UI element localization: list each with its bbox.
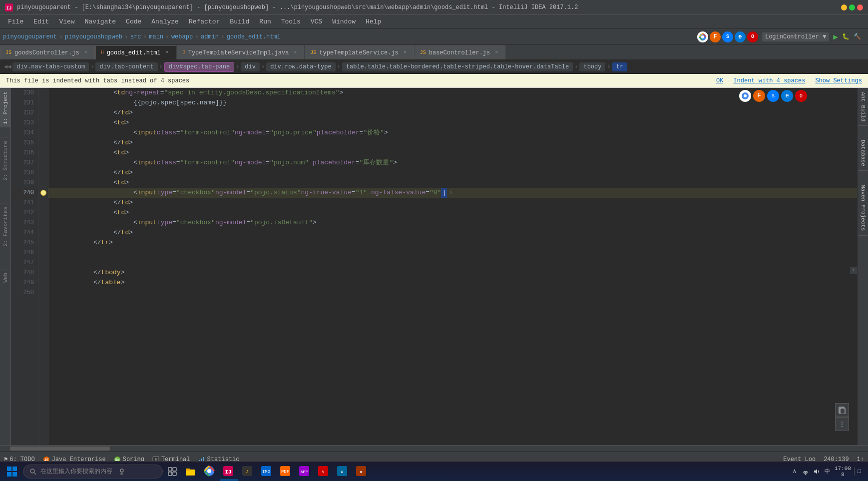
taskbar-search-box[interactable]: 在这里输入你要搜索的内容 [23,465,163,479]
menu-build[interactable]: Build [226,17,253,26]
line-237: 237 [11,158,38,168]
tab-goods-edit-close[interactable]: × [164,49,171,56]
breadcrumb-project[interactable]: pinyougouparent [3,33,57,40]
run-config-dropdown[interactable]: LoginController ▼ [762,32,829,41]
lightbulb-icon[interactable] [40,190,46,196]
build-button[interactable]: 🔨 [854,33,861,40]
menu-run[interactable]: Run [255,17,275,26]
gutter-247 [38,258,48,268]
path-segment-7[interactable]: tbody [579,62,605,71]
tab-goodscontroller[interactable]: JS goodsController.js × [0,45,95,59]
menu-vcs[interactable]: VCS [307,17,326,26]
more-options-icon[interactable]: ⋮ [835,417,849,431]
tab-typetemplate-service[interactable]: JS typeTemplateService.js × [305,45,414,59]
warning-settings-link[interactable]: Show Settings [815,77,862,84]
breadcrumb-main[interactable]: main [149,33,163,40]
breadcrumb-src[interactable]: src [130,33,141,40]
task-view-button[interactable] [164,463,181,481]
taskbar-app8[interactable]: V [315,463,333,481]
ie-icon[interactable]: e [735,31,746,42]
panel-database[interactable]: Database [859,136,868,171]
tray-volume[interactable] [813,468,821,476]
taskbar-explorer[interactable] [182,463,200,481]
panel-project[interactable]: 1: Project [0,88,11,127]
menu-refactor[interactable]: Refactor [185,17,224,26]
breadcrumb-webapp[interactable]: webapp [171,33,193,40]
tray-chevron[interactable]: ∧ [791,468,799,476]
taskbar-app10[interactable]: ◆ [353,463,371,481]
path-back-button[interactable]: ◀◀ [4,63,11,70]
minimize-button[interactable] [841,4,847,10]
app4-taskbar-icon: ♪ [242,466,253,477]
tray-show-desktop[interactable]: □ [854,468,862,476]
debug-button[interactable]: 🐛 [842,33,850,40]
horizontal-scroll-thumb[interactable] [10,447,110,451]
taskbar-app5[interactable]: IMG [258,463,276,481]
tray-clock[interactable]: 17:08 8 [835,466,851,478]
path-segment-6[interactable]: table.table.table-bordered.table-striped… [342,62,573,71]
menu-edit[interactable]: Edit [29,17,53,26]
snippet-icon[interactable] [835,403,849,417]
menu-help[interactable]: Help [362,17,385,26]
opera-overlay-icon[interactable]: O [795,90,807,102]
maximize-button[interactable] [849,4,855,10]
menu-window[interactable]: Window [328,17,360,26]
taskbar-chrome[interactable] [201,463,219,481]
tab-typetemplate-service-close[interactable]: × [402,49,409,56]
main-toolbar: pinyougouparent › pinyougoushopweb › src… [0,29,868,45]
taskbar-app9[interactable]: W [334,463,352,481]
start-button[interactable] [2,463,22,481]
close-button[interactable] [857,4,863,10]
gutter-240[interactable] [38,188,48,198]
tab-basecontroller-close[interactable]: × [493,49,500,56]
menu-code[interactable]: Code [122,17,145,26]
horizontal-scrollbar[interactable] [0,445,868,451]
path-segment-4[interactable]: div [241,62,260,71]
panel-web[interactable]: Web [0,269,11,286]
taskbar-app7[interactable]: APP [296,463,314,481]
path-segment-2[interactable]: div.tab-content [95,62,157,71]
gutter-246 [38,248,48,258]
path-segment-1[interactable]: div.nav-tabs-custom [12,62,89,71]
breadcrumb-admin[interactable]: admin [201,33,219,40]
panel-structure[interactable]: 2: Structure [0,137,11,183]
safari-overlay-icon[interactable]: S [767,90,779,102]
menu-file[interactable]: File [4,17,27,26]
scroll-right-arrow[interactable]: › [850,267,857,274]
breadcrumb-file[interactable]: goods_edit.html [227,33,281,40]
tab-goodscontroller-close[interactable]: × [82,49,89,56]
safari-icon[interactable]: S [722,31,733,42]
tab-typetemplateservice-impl-close[interactable]: × [292,49,299,56]
run-button[interactable]: ▶ [833,32,838,42]
taskbar-idea[interactable]: IJ [220,463,238,481]
chrome-icon[interactable] [697,31,708,42]
tab-basecontroller[interactable]: JS baseController.js × [415,45,505,59]
menu-tools[interactable]: Tools [277,17,305,26]
panel-favorites[interactable]: 2: Favorites [0,203,11,249]
tray-network[interactable] [802,468,810,476]
chrome-overlay-icon[interactable] [739,90,751,102]
breadcrumb-module[interactable]: pinyougoushopweb [65,33,122,40]
tab-typetemplateservice-impl[interactable]: J TypeTemplateServiceImpl.java × [177,45,305,59]
menu-view[interactable]: View [55,17,78,26]
path-segment-8[interactable]: tr [612,62,627,71]
code-editor[interactable]: <td ng-repeat="spec in entity.goodsDesc.… [48,88,857,445]
panel-ant-build[interactable]: Ant Build [859,88,868,126]
panel-maven[interactable]: Maven Projects [859,181,868,235]
code-line-242: <td> [48,208,857,218]
opera-icon[interactable]: O [747,31,758,42]
tab-goods-edit[interactable]: H goods_edit.html × [95,45,176,59]
firefox-icon[interactable]: F [710,31,721,42]
menu-analyze[interactable]: Analyze [147,17,183,26]
taskbar-search-text: 在这里输入你要搜索的内容 [40,467,112,476]
taskbar-app6[interactable]: PDF [277,463,295,481]
path-segment-3[interactable]: div#spec.tab-pane [164,62,234,72]
path-segment-5[interactable]: div.row.data-type [266,62,335,71]
firefox-overlay-icon[interactable]: F [753,90,765,102]
menu-navigate[interactable]: Navigate [81,17,120,26]
warning-indent-link[interactable]: Indent with 4 spaces [733,77,805,84]
warning-ok-link[interactable]: OK [716,77,723,84]
ie-overlay-icon[interactable]: e [781,90,793,102]
tray-ime[interactable]: 中 [824,468,832,476]
taskbar-app4[interactable]: ♪ [239,463,257,481]
